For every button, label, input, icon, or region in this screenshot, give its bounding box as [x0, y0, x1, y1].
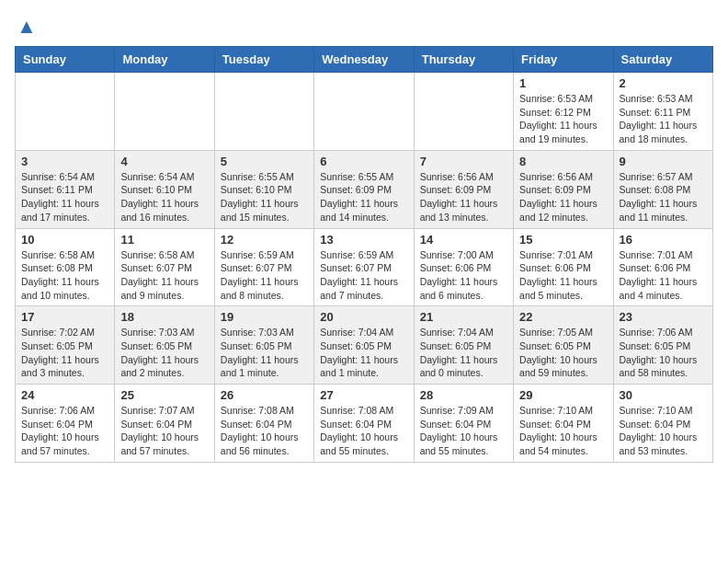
day-number: 5: [221, 155, 308, 168]
calendar-cell: 25Sunrise: 7:07 AMSunset: 6:04 PMDayligh…: [115, 385, 214, 463]
day-info: Sunrise: 7:02 AMSunset: 6:05 PMDaylight:…: [21, 326, 108, 380]
day-number: 24: [21, 388, 108, 402]
day-header-tuesday: Tuesday: [214, 47, 313, 73]
day-number: 10: [21, 233, 108, 247]
calendar-cell: 17Sunrise: 7:02 AMSunset: 6:05 PMDayligh…: [16, 306, 115, 385]
day-number: 30: [620, 388, 707, 402]
day-info: Sunrise: 6:53 AMSunset: 6:11 PMDaylight:…: [620, 92, 707, 146]
day-info: Sunrise: 7:10 AMSunset: 6:04 PMDaylight:…: [620, 404, 707, 458]
day-header-friday: Friday: [514, 47, 613, 73]
logo-bird-icon: ▲: [17, 15, 37, 39]
day-info: Sunrise: 6:57 AMSunset: 6:08 PMDaylight:…: [620, 170, 707, 224]
day-info: Sunrise: 7:06 AMSunset: 6:05 PMDaylight:…: [620, 326, 707, 380]
calendar-cell: 11Sunrise: 6:58 AMSunset: 6:07 PMDayligh…: [115, 228, 214, 306]
day-info: Sunrise: 6:54 AMSunset: 6:11 PMDaylight:…: [21, 170, 108, 224]
calendar-cell: 10Sunrise: 6:58 AMSunset: 6:08 PMDayligh…: [16, 228, 115, 306]
day-info: Sunrise: 7:09 AMSunset: 6:04 PMDaylight:…: [420, 404, 507, 458]
logo: ▲: [15, 15, 37, 39]
calendar-cell: [115, 73, 214, 151]
calendar-cell: 3Sunrise: 6:54 AMSunset: 6:11 PMDaylight…: [16, 150, 115, 228]
day-info: Sunrise: 6:59 AMSunset: 6:07 PMDaylight:…: [320, 248, 407, 303]
calendar-cell: 21Sunrise: 7:04 AMSunset: 6:05 PMDayligh…: [414, 306, 513, 385]
page-header: ▲: [15, 15, 713, 39]
day-number: 28: [420, 388, 507, 402]
calendar-cell: [414, 73, 513, 151]
day-number: 23: [620, 310, 707, 324]
calendar-cell: 27Sunrise: 7:08 AMSunset: 6:04 PMDayligh…: [314, 385, 414, 463]
calendar-week-row: 17Sunrise: 7:02 AMSunset: 6:05 PMDayligh…: [16, 306, 713, 385]
day-info: Sunrise: 7:06 AMSunset: 6:04 PMDaylight:…: [21, 404, 108, 458]
calendar-cell: 19Sunrise: 7:03 AMSunset: 6:05 PMDayligh…: [214, 306, 313, 385]
day-info: Sunrise: 6:55 AMSunset: 6:09 PMDaylight:…: [320, 170, 407, 224]
day-number: 17: [21, 310, 108, 324]
calendar-cell: 4Sunrise: 6:54 AMSunset: 6:10 PMDaylight…: [115, 150, 214, 228]
calendar-week-row: 3Sunrise: 6:54 AMSunset: 6:11 PMDaylight…: [16, 150, 713, 228]
day-header-thursday: Thursday: [414, 47, 513, 73]
day-number: 9: [620, 155, 707, 168]
calendar-cell: [214, 73, 313, 151]
day-number: 29: [519, 388, 607, 402]
day-info: Sunrise: 7:08 AMSunset: 6:04 PMDaylight:…: [320, 404, 407, 458]
day-info: Sunrise: 7:10 AMSunset: 6:04 PMDaylight:…: [519, 404, 607, 458]
day-info: Sunrise: 7:04 AMSunset: 6:05 PMDaylight:…: [420, 326, 507, 380]
calendar-cell: 6Sunrise: 6:55 AMSunset: 6:09 PMDaylight…: [314, 150, 414, 228]
calendar-cell: 9Sunrise: 6:57 AMSunset: 6:08 PMDaylight…: [613, 150, 712, 228]
calendar-cell: 18Sunrise: 7:03 AMSunset: 6:05 PMDayligh…: [115, 306, 214, 385]
calendar-cell: 12Sunrise: 6:59 AMSunset: 6:07 PMDayligh…: [214, 228, 313, 306]
day-info: Sunrise: 7:03 AMSunset: 6:05 PMDaylight:…: [221, 326, 308, 380]
calendar-cell: 20Sunrise: 7:04 AMSunset: 6:05 PMDayligh…: [314, 306, 414, 385]
day-number: 8: [519, 155, 607, 168]
day-number: 3: [21, 155, 108, 168]
calendar-header-row: SundayMondayTuesdayWednesdayThursdayFrid…: [16, 47, 713, 73]
calendar-cell: 16Sunrise: 7:01 AMSunset: 6:06 PMDayligh…: [613, 228, 712, 306]
day-header-saturday: Saturday: [613, 47, 712, 73]
day-info: Sunrise: 6:55 AMSunset: 6:10 PMDaylight:…: [221, 170, 308, 224]
calendar-cell: [16, 73, 115, 151]
day-number: 21: [420, 310, 507, 324]
calendar-cell: 1Sunrise: 6:53 AMSunset: 6:12 PMDaylight…: [514, 73, 613, 151]
day-header-sunday: Sunday: [16, 47, 115, 73]
day-number: 19: [221, 310, 308, 324]
day-info: Sunrise: 7:00 AMSunset: 6:06 PMDaylight:…: [420, 248, 507, 303]
day-number: 27: [320, 388, 407, 402]
calendar-cell: 7Sunrise: 6:56 AMSunset: 6:09 PMDaylight…: [414, 150, 513, 228]
day-number: 6: [320, 155, 407, 168]
calendar-cell: 22Sunrise: 7:05 AMSunset: 6:05 PMDayligh…: [514, 306, 613, 385]
calendar-cell: 29Sunrise: 7:10 AMSunset: 6:04 PMDayligh…: [514, 385, 613, 463]
day-number: 13: [320, 233, 407, 247]
day-info: Sunrise: 6:56 AMSunset: 6:09 PMDaylight:…: [420, 170, 507, 224]
day-number: 16: [620, 233, 707, 247]
calendar-week-row: 24Sunrise: 7:06 AMSunset: 6:04 PMDayligh…: [16, 385, 713, 463]
calendar-cell: 15Sunrise: 7:01 AMSunset: 6:06 PMDayligh…: [514, 228, 613, 306]
calendar-cell: 28Sunrise: 7:09 AMSunset: 6:04 PMDayligh…: [414, 385, 513, 463]
day-number: 2: [620, 76, 707, 90]
day-number: 1: [519, 76, 607, 90]
day-number: 14: [420, 233, 507, 247]
day-number: 18: [120, 310, 208, 324]
day-info: Sunrise: 7:01 AMSunset: 6:06 PMDaylight:…: [519, 248, 607, 303]
calendar-cell: 13Sunrise: 6:59 AMSunset: 6:07 PMDayligh…: [314, 228, 414, 306]
calendar-cell: 14Sunrise: 7:00 AMSunset: 6:06 PMDayligh…: [414, 228, 513, 306]
day-number: 12: [221, 233, 308, 247]
calendar-cell: 5Sunrise: 6:55 AMSunset: 6:10 PMDaylight…: [214, 150, 313, 228]
day-number: 26: [221, 388, 308, 402]
calendar-cell: 23Sunrise: 7:06 AMSunset: 6:05 PMDayligh…: [613, 306, 712, 385]
calendar-cell: 30Sunrise: 7:10 AMSunset: 6:04 PMDayligh…: [613, 385, 712, 463]
calendar-table: SundayMondayTuesdayWednesdayThursdayFrid…: [15, 46, 713, 463]
day-number: 4: [120, 155, 208, 168]
day-number: 11: [120, 233, 208, 247]
day-info: Sunrise: 6:58 AMSunset: 6:08 PMDaylight:…: [21, 248, 108, 303]
day-number: 25: [120, 388, 208, 402]
day-header-monday: Monday: [115, 47, 214, 73]
day-info: Sunrise: 7:04 AMSunset: 6:05 PMDaylight:…: [320, 326, 407, 380]
calendar-cell: 26Sunrise: 7:08 AMSunset: 6:04 PMDayligh…: [214, 385, 313, 463]
day-info: Sunrise: 7:01 AMSunset: 6:06 PMDaylight:…: [620, 248, 707, 303]
calendar-week-row: 10Sunrise: 6:58 AMSunset: 6:08 PMDayligh…: [16, 228, 713, 306]
day-info: Sunrise: 6:58 AMSunset: 6:07 PMDaylight:…: [120, 248, 208, 303]
day-number: 15: [519, 233, 607, 247]
day-info: Sunrise: 7:07 AMSunset: 6:04 PMDaylight:…: [120, 404, 208, 458]
day-info: Sunrise: 6:53 AMSunset: 6:12 PMDaylight:…: [519, 92, 607, 146]
calendar-cell: [314, 73, 414, 151]
day-number: 22: [519, 310, 607, 324]
day-info: Sunrise: 7:05 AMSunset: 6:05 PMDaylight:…: [519, 326, 607, 380]
